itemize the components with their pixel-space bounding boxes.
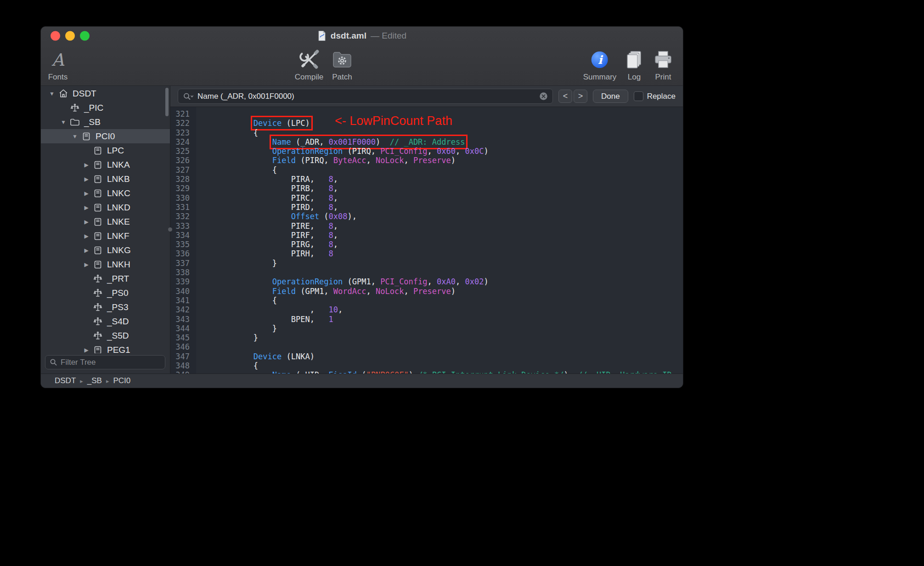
device-icon — [92, 245, 104, 255]
code-line-333[interactable]: 333 PIRE, 8, — [170, 221, 683, 231]
code-line-338[interactable]: 338 — [170, 268, 683, 277]
sidebar-item-pci0[interactable]: ▼PCI0 — [41, 129, 170, 143]
code-line-330[interactable]: 330 PIRC, 8, — [170, 193, 683, 203]
find-next-button[interactable]: > — [574, 90, 587, 103]
breadcrumb-item-pci0[interactable]: PCI0 — [113, 376, 130, 385]
disclosure-closed-icon[interactable]: ▶ — [81, 176, 92, 182]
main-pane: Name (_ADR, 0x001F0000) < > Done Repl — [170, 86, 683, 374]
code-line-323[interactable]: 323 { — [170, 128, 683, 137]
code-text: } — [197, 324, 277, 333]
line-number: 331 — [170, 203, 190, 212]
code-line-334[interactable]: 334 PIRF, 8, — [170, 231, 683, 240]
patch-button[interactable]: Patch — [332, 48, 353, 82]
code-editor[interactable]: 321322 Device (LPC)<- LowPinCount Path32… — [170, 107, 683, 374]
code-line-336[interactable]: 336 PIRH, 8 — [170, 249, 683, 258]
breadcrumb-item-_sb[interactable]: _SB — [87, 376, 102, 385]
sidebar-item-_s5d[interactable]: _S5D — [41, 328, 170, 343]
code-line-348[interactable]: 348 { — [170, 361, 683, 370]
sidebar-item-lnkg[interactable]: ▶LNKG — [41, 243, 170, 257]
disclosure-closed-icon[interactable]: ▶ — [81, 247, 92, 254]
code-line-349[interactable]: 349 Name (_HID, EisaId ("PNP0C0F") /* PC… — [170, 370, 683, 374]
sidebar-item-lnkc[interactable]: ▶LNKC — [41, 186, 170, 200]
sidebar: ▼DSDT_PIC▼_SB▼PCI0LPC▶LNKA▶LNKB▶LNKC▶LNK… — [41, 86, 170, 374]
code-line-326[interactable]: 326 Field (PIRQ, ByteAcc, NoLock, Preser… — [170, 156, 683, 165]
print-button[interactable]: Print — [653, 48, 673, 82]
disclosure-closed-icon[interactable]: ▶ — [81, 347, 92, 353]
code-line-344[interactable]: 344 } — [170, 324, 683, 333]
code-line-331[interactable]: 331 PIRD, 8, — [170, 203, 683, 212]
clear-search-button[interactable] — [539, 92, 548, 101]
sidebar-item-lnkh[interactable]: ▶LNKH — [41, 257, 170, 272]
sidebar-item-lpc[interactable]: LPC — [41, 143, 170, 158]
line-number: 329 — [170, 184, 190, 193]
summary-button[interactable]: i Summary — [583, 48, 617, 82]
compile-button[interactable]: Compile — [295, 48, 323, 82]
method-icon — [92, 274, 104, 284]
disclosure-open-icon[interactable]: ▼ — [46, 91, 57, 97]
sidebar-item-_sb[interactable]: ▼_SB — [41, 115, 170, 129]
search-menu-icon[interactable] — [183, 92, 194, 101]
code-line-340[interactable]: 340 Field (GPM1, WordAcc, NoLock, Preser… — [170, 287, 683, 296]
code-line-342[interactable]: 342 , 10, — [170, 305, 683, 314]
code-line-328[interactable]: 328 PIRA, 8, — [170, 175, 683, 184]
sidebar-item-lnkb[interactable]: ▶LNKB — [41, 172, 170, 186]
zoom-button[interactable] — [80, 31, 90, 41]
sidebar-item-_ps3[interactable]: _PS3 — [41, 300, 170, 314]
disclosure-closed-icon[interactable]: ▶ — [81, 233, 92, 239]
sidebar-item-lnkd[interactable]: ▶LNKD — [41, 200, 170, 215]
code-line-339[interactable]: 339 OperationRegion (GPM1, PCI_Config, 0… — [170, 277, 683, 286]
code-line-341[interactable]: 341 { — [170, 296, 683, 305]
code-line-329[interactable]: 329 PIRB, 8, — [170, 184, 683, 193]
code-line-332[interactable]: 332 Offset (0x08), — [170, 212, 683, 221]
disclosure-closed-icon[interactable]: ▶ — [81, 204, 92, 211]
sidebar-item-_prt[interactable]: _PRT — [41, 272, 170, 286]
sidebar-scrollbar[interactable] — [165, 88, 169, 116]
close-button[interactable] — [51, 31, 60, 41]
fonts-label: Fonts — [48, 73, 68, 82]
disclosure-open-icon[interactable]: ▼ — [58, 119, 69, 125]
disclosure-open-icon[interactable]: ▼ — [69, 133, 80, 140]
minimize-button[interactable] — [65, 31, 75, 41]
title-bar[interactable]: dsdt.aml — Edited — [41, 27, 683, 45]
sidebar-item-_s4d[interactable]: _S4D — [41, 314, 170, 328]
code-line-346[interactable]: 346 — [170, 342, 683, 351]
compile-tools-icon — [299, 48, 320, 71]
disclosure-closed-icon[interactable]: ▶ — [81, 190, 92, 197]
code-line-322[interactable]: 322 Device (LPC)<- LowPinCount Path — [170, 119, 683, 128]
search-field[interactable]: Name (_ADR, 0x001F0000) — [178, 89, 553, 104]
sidebar-item-lnke[interactable]: ▶LNKE — [41, 215, 170, 229]
filter-tree-field[interactable]: Filter Tree — [45, 355, 165, 369]
sidebar-item-label: _PIC — [84, 103, 103, 113]
sidebar-item-lnkf[interactable]: ▶LNKF — [41, 229, 170, 243]
sidebar-item-_pic[interactable]: _PIC — [41, 101, 170, 115]
sidebar-item-peg1[interactable]: ▶PEG1 — [41, 343, 170, 353]
code-line-327[interactable]: 327 { — [170, 165, 683, 175]
disclosure-closed-icon[interactable]: ▶ — [81, 261, 92, 268]
device-icon — [92, 217, 104, 227]
sidebar-item-lnka[interactable]: ▶LNKA — [41, 158, 170, 172]
sidebar-item-dsdt[interactable]: ▼DSDT — [41, 86, 170, 101]
replace-checkbox[interactable] — [634, 91, 643, 101]
sidebar-item-label: _SB — [84, 117, 101, 127]
find-previous-button[interactable]: < — [558, 90, 572, 103]
disclosure-closed-icon[interactable]: ▶ — [81, 162, 92, 168]
disclosure-closed-icon[interactable]: ▶ — [81, 219, 92, 225]
code-line-324[interactable]: 324 Name (_ADR, 0x001F0000) // _ADR: Add… — [170, 137, 683, 147]
code-line-343[interactable]: 343 BPEN, 1 — [170, 315, 683, 324]
code-text: } — [197, 333, 258, 342]
code-line-337[interactable]: 337 } — [170, 259, 683, 268]
done-button[interactable]: Done — [593, 90, 628, 103]
sidebar-item-_ps0[interactable]: _PS0 — [41, 286, 170, 300]
code-line-335[interactable]: 335 PIRG, 8, — [170, 240, 683, 249]
breadcrumb-item-dsdt[interactable]: DSDT — [55, 376, 76, 385]
search-input[interactable]: Name (_ADR, 0x001F0000) — [197, 92, 536, 101]
splitter-handle[interactable] — [168, 227, 172, 232]
log-button[interactable]: Log — [625, 48, 644, 82]
code-text: { — [197, 165, 277, 175]
code-line-325[interactable]: 325 OperationRegion (PIRQ, PCI_Config, 0… — [170, 147, 683, 156]
fonts-button[interactable]: A Fonts — [48, 48, 68, 82]
code-line-347[interactable]: 347 Device (LNKA) — [170, 352, 683, 361]
window-title-group: dsdt.aml — Edited — [317, 30, 406, 41]
code-line-345[interactable]: 345 } — [170, 333, 683, 342]
code-text: Name (_ADR, 0x001F0000) // _ADR: Address — [197, 137, 465, 147]
